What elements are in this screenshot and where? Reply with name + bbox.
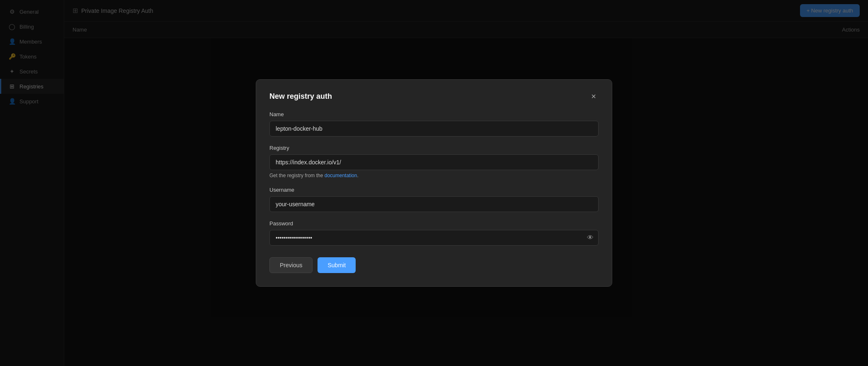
previous-button[interactable]: Previous <box>269 257 313 273</box>
submit-button[interactable]: Submit <box>318 257 356 273</box>
password-field-group: Password 👁 <box>269 220 599 246</box>
modal-title: New registry auth <box>269 92 332 101</box>
name-label: Name <box>269 111 599 117</box>
registry-input[interactable] <box>269 154 599 170</box>
eye-icon: 👁 <box>587 234 594 241</box>
previous-label: Previous <box>280 262 302 268</box>
username-input[interactable] <box>269 196 599 212</box>
password-input[interactable] <box>269 230 599 246</box>
username-label: Username <box>269 187 599 193</box>
toggle-password-button[interactable]: 👁 <box>587 234 594 242</box>
name-input[interactable] <box>269 121 599 137</box>
hint-suffix: . <box>357 173 358 178</box>
main-content: ⊞ Private Image Registry Auth + New regi… <box>64 0 868 366</box>
modal-overlay[interactable]: New registry auth × Name Registry Get th… <box>0 0 868 366</box>
modal-header: New registry auth × <box>269 91 599 101</box>
username-field-group: Username <box>269 187 599 212</box>
modal-footer: Previous Submit <box>269 257 599 273</box>
submit-label: Submit <box>327 262 346 268</box>
name-field-group: Name <box>269 111 599 137</box>
hint-prefix: Get the registry from the <box>269 173 325 178</box>
modal-close-button[interactable]: × <box>589 91 599 101</box>
password-label: Password <box>269 220 599 227</box>
new-registry-modal: New registry auth × Name Registry Get th… <box>256 79 612 287</box>
registry-hint: Get the registry from the documentation. <box>269 173 599 178</box>
close-icon: × <box>591 92 596 101</box>
documentation-link[interactable]: documentation <box>325 173 357 178</box>
password-wrapper: 👁 <box>269 230 599 246</box>
registry-field-group: Registry Get the registry from the docum… <box>269 145 599 178</box>
registry-label: Registry <box>269 145 599 151</box>
